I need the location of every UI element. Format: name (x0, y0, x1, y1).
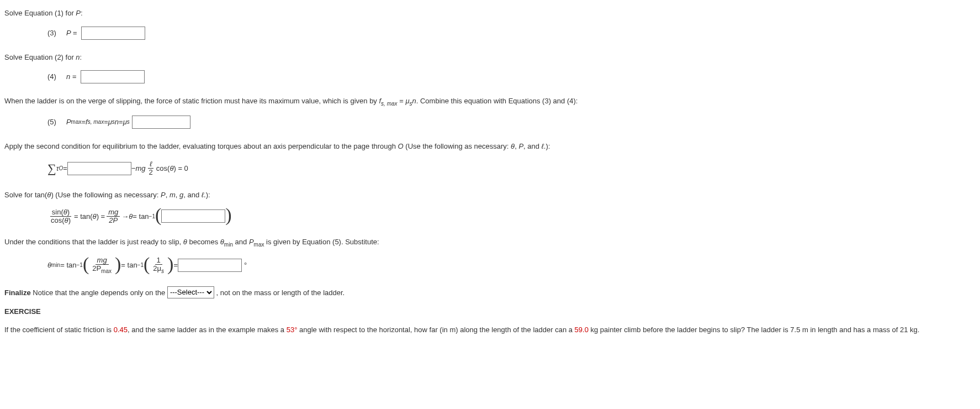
equation-torque: ∑ τO = − mg ℓ 2 cos(θ) = 0 (47, 159, 976, 177)
text: . Combine this equation with Equations (… (416, 97, 578, 105)
sub: s, max (381, 101, 397, 107)
fraction: 1 2μs (151, 256, 166, 274)
equation-tan: sin(θ) cos(θ) = tan(θ) = mg 2P → θ = tan… (47, 208, 976, 225)
denominator: cos(θ) (49, 217, 72, 224)
finalize-label: Finalize (4, 288, 31, 296)
equation-5: (5) Pmax = fs, max = μsn = μs (47, 116, 976, 129)
var-p: P (518, 142, 523, 150)
sub: O (59, 164, 63, 172)
eq-number: (4) (47, 71, 56, 82)
numerator: sin(θ) (50, 208, 71, 217)
text: is given by Equation (5). Substitute: (264, 238, 379, 246)
text: = (398, 97, 406, 105)
text: , not on the mass or length of the ladde… (216, 288, 345, 296)
instruction-solve-for-n: Solve Equation (2) for n: (4, 52, 976, 63)
text: , (176, 191, 179, 199)
text: = tan( (74, 211, 93, 222)
sub: s (127, 118, 130, 126)
answer-input-eq3[interactable] (81, 27, 145, 40)
text: Solve Equation (1) for (4, 9, 76, 17)
sup: −1 (149, 212, 155, 221)
text: : (80, 53, 82, 61)
var-theta: θ (93, 211, 97, 222)
answer-input-tan[interactable] (161, 209, 225, 223)
fraction: ℓ 2 (147, 160, 155, 177)
text: (Use the following as necessary: (404, 142, 511, 150)
answer-input-torque[interactable] (67, 162, 131, 175)
var-p: P (161, 191, 166, 199)
numerator: mg (96, 256, 109, 265)
var-p: P (66, 117, 71, 128)
text: .): (544, 142, 550, 150)
numerator: ℓ (148, 160, 153, 169)
text: , and (183, 191, 202, 199)
lhs: n = (66, 71, 76, 82)
var-theta: θ (47, 260, 51, 271)
denominator: 2P (107, 217, 119, 224)
numerator: mg (107, 208, 120, 217)
text: and (233, 238, 249, 246)
var-n: n (76, 53, 80, 61)
var-n: n (115, 117, 119, 128)
value-mass: 59.0 (575, 326, 589, 334)
sub: s, max (88, 118, 104, 126)
sigma-icon: ∑ (47, 159, 56, 177)
var-p: P (249, 238, 254, 246)
exercise-text: If the coefficient of static friction is… (4, 324, 976, 335)
text: kg painter climb before the ladder begin… (589, 326, 920, 334)
text: , and (523, 142, 542, 150)
answer-input-theta-min[interactable] (178, 259, 242, 272)
eq-number: (5) (47, 117, 56, 128)
instruction-second-condition: Apply the second condition for equilibri… (4, 141, 976, 152)
text: angle with respect to the horizontal, ho… (297, 326, 574, 334)
sub: min (51, 261, 60, 269)
instruction-solve-for-p: Solve Equation (1) for P: (4, 8, 976, 19)
equation-theta-min: θmin = tan−1 ( mg 2Pmax ) = tan−1 ( 1 2μ… (47, 256, 976, 274)
sup: −1 (76, 261, 82, 269)
text: .): (204, 191, 210, 199)
text: If the coefficient of static friction is (4, 326, 114, 334)
var-m: m (169, 191, 176, 199)
minus: − (131, 163, 136, 174)
text: ) (Use the following as necessary: (51, 191, 161, 199)
text: Notice that the angle depends only on th… (31, 288, 167, 296)
value-angle: 53° (287, 326, 298, 334)
denominator: 2 (147, 169, 155, 176)
value-mu: 0.45 (114, 326, 128, 334)
text: ) = 0 (173, 163, 188, 174)
equation-3: (3) P = (47, 27, 976, 40)
var-theta: θ (129, 211, 133, 222)
var-o: O (398, 142, 404, 150)
text: Solve for tan( (4, 191, 47, 199)
arrow: → (121, 211, 129, 222)
text: Apply the second condition for equilibri… (4, 142, 398, 150)
text: Under the conditions that the ladder is … (4, 238, 183, 246)
var-mu: μ (405, 97, 409, 105)
answer-input-eq5[interactable] (132, 116, 190, 129)
var-mu: μ (108, 117, 112, 128)
finalize-row: Finalize Notice that the angle depends o… (4, 286, 976, 298)
sub: max (254, 242, 264, 248)
text: becomes (187, 238, 220, 246)
var-theta: θ (183, 238, 187, 246)
numerator: 1 (155, 256, 162, 265)
instruction-verge-slipping: When the ladder is on the verge of slipp… (4, 96, 976, 108)
text: Solve Equation (2) for (4, 53, 76, 61)
sub: min (224, 242, 233, 248)
cos: cos( (156, 163, 170, 174)
equation-4: (4) n = (47, 70, 976, 83)
fraction: sin(θ) cos(θ) (49, 208, 72, 225)
fraction: mg 2Pmax (91, 256, 113, 274)
denominator: 2μs (151, 265, 166, 274)
instruction-solve-tan: Solve for tan(θ) (Use the following as n… (4, 190, 976, 201)
finalize-select[interactable]: ---Select--- (167, 286, 214, 298)
denominator: 2Pmax (91, 265, 113, 274)
degree-unit: ° (244, 260, 247, 271)
var-mu: μ (123, 117, 127, 128)
text: : (81, 9, 83, 17)
answer-input-eq4[interactable] (81, 70, 145, 83)
text: , (166, 191, 169, 199)
text: = tan (133, 211, 149, 222)
instruction-substitute: Under the conditions that the ladder is … (4, 237, 976, 249)
eq: = (119, 117, 123, 128)
